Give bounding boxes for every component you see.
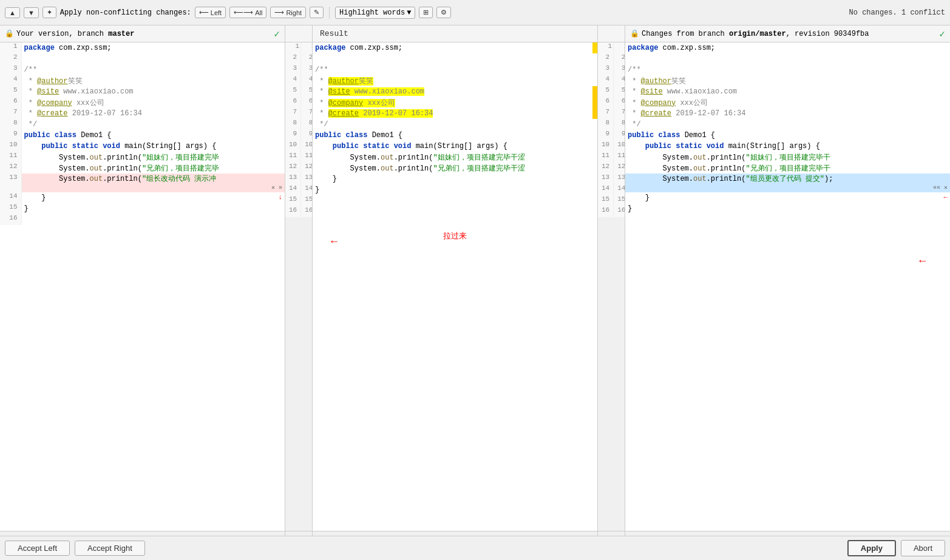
table-row: * @author笑笑 xyxy=(313,75,597,86)
left-pane-header: 🔒 Your version, branch master ✓ xyxy=(0,25,285,42)
left-line-num-table: 11 22 33 44 55 66 77 88 99 1010 1111 121… xyxy=(285,42,312,217)
table-row: * @site www.xiaoxiao.com xyxy=(625,86,950,97)
middle-code-area[interactable]: package com.zxp.ssm; /** * @author笑笑 * @… xyxy=(313,42,597,531)
table-row xyxy=(625,214,950,225)
table-row: 13 System.out.println("组长改动代码 演示冲 ✕ » xyxy=(0,174,285,192)
table-row: System.out.println("姐妹们，项目搭建完毕干涩 xyxy=(313,152,597,163)
table-row: public static void main(String[] args) { xyxy=(313,141,597,152)
table-row xyxy=(313,195,597,206)
right-pull-arrow-icon: ← xyxy=(919,255,926,267)
down-button[interactable]: ▼ xyxy=(24,7,39,18)
left-button[interactable]: ⟵ Left xyxy=(195,7,226,18)
table-row: /** xyxy=(625,64,950,75)
table-row: 2 xyxy=(0,53,285,64)
table-row: 4 * @author笑笑 xyxy=(0,75,285,86)
middle-pane: Result package com.zxp.ssm; /** * @autho… xyxy=(313,25,598,536)
left-branch-name: master xyxy=(108,30,134,38)
edit-icon: ✎ xyxy=(314,8,319,16)
right-branch-name: origin/master xyxy=(729,30,786,38)
up-icon: ▲ xyxy=(9,9,16,16)
status-text: No changes. 1 conflict xyxy=(849,8,945,17)
table-row: public class Demo1 { xyxy=(625,130,950,141)
table-row: } xyxy=(313,184,597,195)
left-code-table: 1package com.zxp.ssm; 2 3/** 4 * @author… xyxy=(0,42,285,225)
table-row: */ xyxy=(625,119,950,130)
table-row: 8 */ xyxy=(0,119,285,130)
right-code-area[interactable]: package com.zxp.ssm; /** * @author笑笑 * @… xyxy=(625,42,950,531)
right-lock-icon: 🔒 xyxy=(630,29,639,38)
magic-button[interactable]: ✦ xyxy=(42,7,56,18)
left-pane: 🔒 Your version, branch master ✓ 1package… xyxy=(0,25,285,536)
right-check-icon: ✓ xyxy=(939,28,945,40)
left-check-icon: ✓ xyxy=(274,28,280,40)
settings-button[interactable]: ⚙ xyxy=(436,7,451,18)
middle-scrollbar[interactable] xyxy=(313,531,597,536)
left-code-area[interactable]: 1package com.zxp.ssm; 2 3/** 4 * @author… xyxy=(0,42,285,531)
table-row: System.out.println("兄弟们，项目搭建完毕干 xyxy=(625,163,950,174)
table-row: } xyxy=(625,203,950,214)
down-icon: ▼ xyxy=(28,9,35,16)
table-row: 11 System.out.println("姐妹们，项目搭建完毕 xyxy=(0,152,285,163)
table-row xyxy=(313,206,597,217)
highlight-words-dropdown[interactable]: Highlight words ▼ xyxy=(335,7,415,19)
table-row: 6 * @company xxx公司 xyxy=(0,97,285,108)
chevron-down-icon: ▼ xyxy=(407,8,411,17)
table-row: 14 }↓ xyxy=(0,192,285,203)
table-row: System.out.println("组员更改了代码 提交"); «« ✕ xyxy=(625,174,950,192)
grid-icon: ⊞ xyxy=(423,8,429,16)
table-row: package com.zxp.ssm; xyxy=(313,42,597,53)
accept-right-button[interactable]: Accept Right xyxy=(75,541,145,556)
separator1 xyxy=(329,7,330,19)
table-row: */ xyxy=(313,119,597,130)
table-row: 9public class Demo1 { xyxy=(0,130,285,141)
result-label: Result xyxy=(317,29,592,38)
table-row: public class Demo1 { xyxy=(313,130,597,141)
right-pane-header: 🔒 Changes from branch origin/master, rev… xyxy=(625,25,950,42)
table-row: public static void main(String[] args) { xyxy=(625,141,950,152)
right-arrow-icon: ⟶ xyxy=(274,8,284,16)
table-row: 7 * @create 2019-12-07 16:34 xyxy=(0,108,285,119)
right-line-numbers: 11 22 33 44 55 66 77 88 99 1010 1111 121… xyxy=(598,25,625,536)
right-button[interactable]: ⟶ Right xyxy=(270,7,306,18)
apply-non-conflicting-label: Apply non-conflicting changes: xyxy=(60,8,191,17)
right-code-table: package com.zxp.ssm; /** * @author笑笑 * @… xyxy=(625,42,950,225)
table-row: } xyxy=(313,174,597,184)
all-arrows-icon: ⟵⟶ xyxy=(234,8,253,16)
table-row: 16 xyxy=(0,214,285,225)
all-button[interactable]: ⟵⟶ All xyxy=(229,7,266,18)
table-row: System.out.println("姐妹们，项目搭建完毕干 xyxy=(625,152,950,163)
up-button[interactable]: ▲ xyxy=(5,7,20,18)
table-row xyxy=(313,53,597,64)
table-row: * @company xxx公司 xyxy=(313,97,597,108)
table-row: * @company xxx公司 xyxy=(625,97,950,108)
table-row: * @author笑笑 xyxy=(625,75,950,86)
table-row: 3/** xyxy=(0,64,285,75)
pull-label: 拉过来 xyxy=(443,231,467,241)
diff-view: 🔒 Your version, branch master ✓ 1package… xyxy=(0,25,950,536)
toolbar: ▲ ▼ ✦ Apply non-conflicting changes: ⟵ L… xyxy=(0,0,950,25)
left-arrow-icon: ⟵ xyxy=(199,8,209,16)
accept-left-button[interactable]: Accept Left xyxy=(5,541,70,556)
pull-arrow-icon: ← xyxy=(331,235,338,248)
table-row: 10 public static void main(String[] args… xyxy=(0,141,285,152)
middle-pane-header: Result xyxy=(313,25,597,42)
bottom-bar: Accept Left Accept Right Apply Abort xyxy=(0,536,950,560)
table-row: 1package com.zxp.ssm; xyxy=(0,42,285,53)
table-row xyxy=(625,53,950,64)
apply-button[interactable]: Apply xyxy=(847,540,896,556)
right-line-num-table: 11 22 33 44 55 66 77 88 99 1010 1111 121… xyxy=(598,42,625,217)
table-row: /** xyxy=(313,64,597,75)
table-row: 15} xyxy=(0,203,285,214)
gear-icon: ⚙ xyxy=(441,8,447,16)
table-row: * @site www.xiaoxiao.com xyxy=(313,86,597,97)
middle-code-table: package com.zxp.ssm; /** * @author笑笑 * @… xyxy=(313,42,597,217)
table-row: 5 * @site www.xiaoxiao.com xyxy=(0,86,285,97)
abort-button[interactable]: Abort xyxy=(901,540,945,556)
right-scrollbar[interactable] xyxy=(625,531,950,536)
left-scrollbar[interactable] xyxy=(0,531,285,536)
table-row: * @create 2019-12-07 16:34 xyxy=(313,108,597,119)
magic-icon: ✦ xyxy=(47,8,52,16)
right-pane: 🔒 Changes from branch origin/master, rev… xyxy=(625,25,950,536)
edit-button[interactable]: ✎ xyxy=(310,7,324,18)
grid-view-button[interactable]: ⊞ xyxy=(419,7,433,18)
